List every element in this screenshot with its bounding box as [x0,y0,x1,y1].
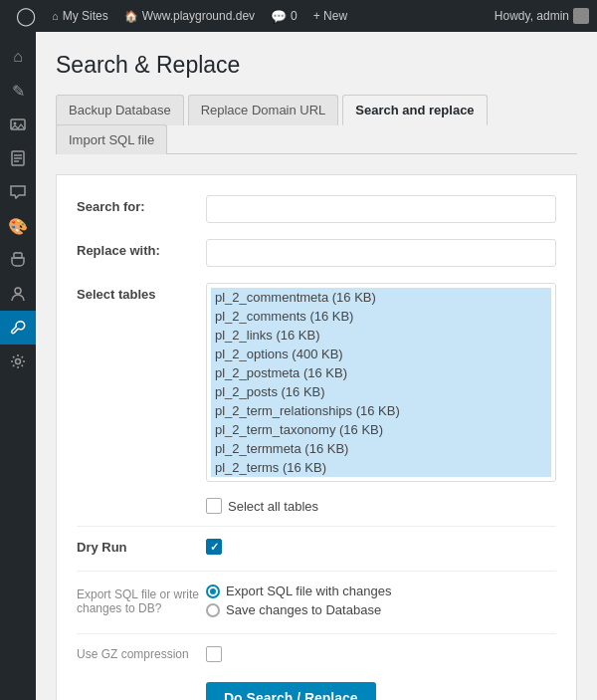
save-db-radio[interactable] [206,603,220,617]
admin-bar-comments[interactable]: 💬 0 [263,0,305,32]
list-item[interactable]: pl_2_comments (16 KB) [211,307,551,326]
list-item[interactable]: pl_2_posts (16 KB) [211,382,551,401]
submit-area: Do Search / Replace [77,682,556,700]
sidebar-icon-dashboard[interactable]: ⌂ [0,40,36,74]
gz-label: Use GZ compression [77,647,206,661]
form-panel: Search for: Replace with: Select tables [56,174,577,700]
search-for-input[interactable] [206,195,556,223]
export-sql-label: Export SQL file with changes [226,583,391,598]
tab-backup-database[interactable]: Backup Database [56,95,184,125]
admin-bar-mysites[interactable]: ⌂ My Sites [44,0,116,32]
svg-point-10 [16,359,21,364]
export-label: Export SQL file or write changes to DB? [77,583,206,615]
gz-checkbox[interactable] [206,646,222,662]
admin-bar-new[interactable]: + New [305,0,355,32]
admin-bar-site[interactable]: 🏠 Www.playground.dev [116,0,263,32]
sidebar-icon-posts[interactable]: ✎ [0,74,36,108]
tables-listbox[interactable]: pl_2_commentmeta (16 KB) pl_2_comments (… [206,283,556,482]
tables-control: pl_2_commentmeta (16 KB) pl_2_comments (… [206,283,556,482]
replace-with-row: Replace with: [77,239,556,267]
sidebar-icon-media[interactable] [0,108,36,141]
sidebar: ⌂ ✎ 🎨 ◀ [0,32,36,700]
replace-with-input[interactable] [206,239,556,267]
dry-run-label: Dry Run [77,540,206,555]
sidebar-icon-settings[interactable] [0,345,36,378]
sidebar-icon-comments[interactable] [0,175,36,209]
gz-row: Use GZ compression [77,646,556,662]
tab-import-sql-file[interactable]: Import SQL file [56,124,167,154]
list-item[interactable]: pl_2_links (16 KB) [211,326,551,345]
list-item[interactable]: pl_2_terms (16 KB) [211,458,551,477]
export-row: Export SQL file or write changes to DB? … [77,583,556,617]
sidebar-icon-appearance[interactable]: 🎨 [0,209,36,243]
admin-bar: ◯ ⌂ My Sites 🏠 Www.playground.dev 💬 0 + … [0,0,597,32]
save-db-option[interactable]: Save changes to Database [206,602,556,617]
export-radio-group: Export SQL file with changes Save change… [206,583,556,617]
sidebar-icon-tools[interactable] [0,311,36,345]
dry-run-checkbox[interactable] [206,539,222,555]
svg-point-1 [14,122,17,125]
layout: ⌂ ✎ 🎨 ◀ Search & Replace [0,32,597,700]
do-search-replace-button[interactable]: Do Search / Replace [206,682,376,700]
tab-search-and-replace[interactable]: Search and replace [342,95,487,125]
dry-run-row: Dry Run [77,539,556,555]
list-item[interactable]: pl_2_term_relationships (16 KB) [211,401,551,420]
search-for-control [206,195,556,223]
search-for-label: Search for: [77,195,206,214]
export-sql-option[interactable]: Export SQL file with changes [206,583,556,598]
admin-bar-right: Howdy, admin [495,8,589,24]
list-item[interactable]: pl_2_options (400 KB) [211,345,551,363]
list-item[interactable]: pl_2_termmeta (16 KB) [211,439,551,458]
admin-bar-wp-icon[interactable]: ◯ [8,0,44,32]
select-tables-label: Select tables [77,283,206,302]
sidebar-icon-plugins[interactable] [0,243,36,277]
select-all-label: Select all tables [228,499,318,514]
search-for-row: Search for: [77,195,556,223]
select-tables-row: Select tables pl_2_commentmeta (16 KB) p… [77,283,556,482]
list-item[interactable]: pl_2_postmeta (16 KB) [211,363,551,382]
admin-avatar [573,8,589,24]
replace-with-label: Replace with: [77,239,206,258]
tab-replace-domain-url[interactable]: Replace Domain URL [188,95,339,125]
export-sql-radio[interactable] [206,584,220,598]
select-all-row: Select all tables [206,498,556,514]
select-all-checkbox[interactable] [206,498,222,514]
tabs: Backup Database Replace Domain URL Searc… [56,95,577,154]
sidebar-icon-pages[interactable] [0,141,36,175]
save-db-label: Save changes to Database [226,602,381,617]
export-control: Export SQL file with changes Save change… [206,583,556,617]
page-title: Search & Replace [56,52,577,79]
list-item[interactable]: pl_2_term_taxonomy (16 KB) [211,420,551,439]
replace-with-control [206,239,556,267]
sidebar-icon-users[interactable] [0,277,36,311]
main-content: Search & Replace Backup Database Replace… [36,32,597,700]
list-item[interactable]: pl_2_commentmeta (16 KB) [211,288,551,307]
svg-point-9 [15,288,21,294]
